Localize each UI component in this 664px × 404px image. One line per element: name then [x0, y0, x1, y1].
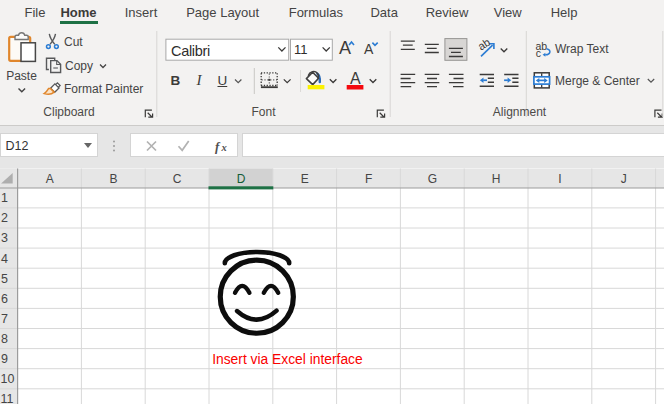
svg-text:7: 7 — [1, 312, 8, 326]
svg-text:3: 3 — [1, 231, 8, 245]
svg-text:5: 5 — [1, 272, 8, 286]
svg-text:F: F — [365, 172, 372, 186]
svg-text:1: 1 — [1, 191, 8, 205]
svg-text:G: G — [428, 172, 437, 186]
svg-text:f: f — [215, 140, 221, 154]
svg-text:8: 8 — [1, 332, 8, 346]
svg-text:x: x — [221, 142, 227, 153]
svg-text:B: B — [109, 172, 117, 186]
svg-text:I: I — [558, 172, 561, 186]
svg-text:4: 4 — [1, 252, 8, 266]
svg-text:C: C — [173, 172, 182, 186]
svg-text:11: 11 — [1, 392, 14, 404]
svg-text:10: 10 — [1, 372, 15, 386]
svg-text:D: D — [237, 172, 246, 186]
svg-text:H: H — [492, 172, 501, 186]
svg-text:J: J — [621, 172, 627, 186]
svg-text:2: 2 — [1, 211, 8, 225]
svg-text:Insert via Excel interface: Insert via Excel interface — [212, 350, 363, 367]
svg-text:6: 6 — [1, 292, 8, 306]
svg-text:E: E — [301, 172, 309, 186]
svg-text:A: A — [46, 172, 54, 186]
svg-text:9: 9 — [1, 352, 8, 366]
